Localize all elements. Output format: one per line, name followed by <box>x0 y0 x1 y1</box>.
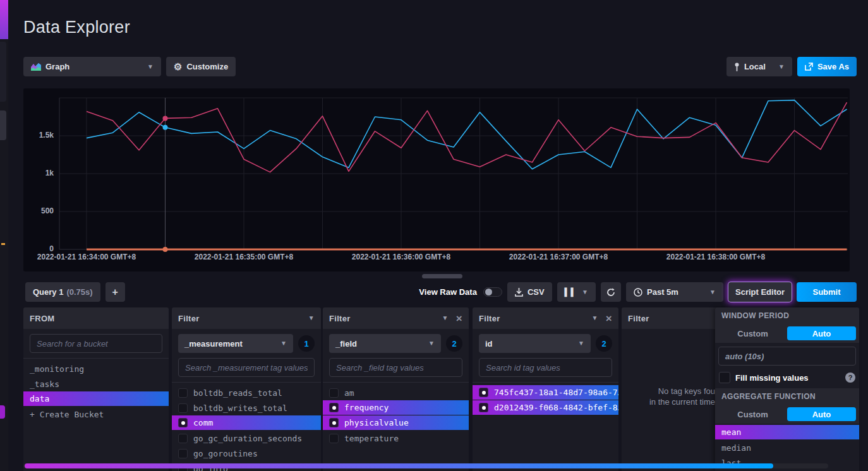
fill-missing-checkbox[interactable] <box>719 372 730 383</box>
page-title: Data Explorer <box>23 18 130 37</box>
time-range-dropdown[interactable]: Past 5m ▼ <box>626 282 723 302</box>
tag-key-dropdown[interactable]: _measurement ▼ <box>178 334 293 353</box>
add-query-button[interactable]: + <box>105 282 125 302</box>
tag-value-item[interactable]: 745fc437-18a1-48d7-98a6-7… <box>473 385 618 400</box>
tag-value-search-input[interactable] <box>479 358 612 377</box>
filter-panel-header: Filter ▼ × <box>172 307 321 329</box>
y-axis-label: 500 <box>23 206 54 215</box>
aggregate-custom-option[interactable]: Custom <box>718 407 787 421</box>
fill-missing-label: Fill missing values <box>735 373 809 383</box>
export-icon <box>805 63 813 71</box>
nav-sliver-panel <box>0 42 6 102</box>
tag-value-item[interactable]: temperature <box>323 431 469 446</box>
bucket-item[interactable]: _monitoring <box>23 361 169 376</box>
tag-value-list: boltdb_reads_totalboltdb_writes_totalcom… <box>172 382 321 471</box>
aggregate-function-item[interactable]: median <box>715 440 859 455</box>
filter-panel-header: Filter ▼ × <box>473 307 618 329</box>
window-custom-option[interactable]: Custom <box>718 326 787 340</box>
chevron-down-icon: ▼ <box>709 289 716 295</box>
tag-value-item[interactable]: am <box>323 385 469 400</box>
checkbox <box>178 403 188 413</box>
tag-value-item[interactable]: boltdb_writes_total <box>172 400 321 415</box>
chart-canvas[interactable] <box>23 88 850 271</box>
tag-value-item[interactable]: boltdb_reads_total <box>172 385 321 400</box>
query-toolbar: Query 1 (0.75s) + View Raw Data CSV ▍▍ ▼ <box>25 282 857 302</box>
resize-handle[interactable] <box>422 274 462 278</box>
tag-value-search-input[interactable] <box>329 358 462 377</box>
bucket-item[interactable]: _tasks <box>23 376 169 391</box>
checkbox <box>329 388 339 398</box>
chevron-down-icon[interactable]: ▼ <box>592 315 598 321</box>
horizontal-scrollbar-thumb[interactable] <box>25 463 773 468</box>
download-icon <box>515 288 523 297</box>
checkbox <box>329 403 339 412</box>
filter-title: Filter <box>479 314 500 323</box>
filter-panel: Filter ▼ × id ▼ 2 745fc437-18a1-48d7-98a… <box>473 307 618 471</box>
pause-button[interactable]: ▍▍ ▼ <box>557 282 596 302</box>
chevron-down-icon: ▼ <box>582 289 588 295</box>
submit-button[interactable]: Submit <box>797 282 857 302</box>
tag-value-item[interactable]: comm <box>172 415 321 431</box>
csv-label: CSV <box>527 287 545 297</box>
tag-value-item[interactable]: physicalvalue <box>323 415 469 431</box>
tag-value-item[interactable]: d2012439-f068-4842-bfef-8… <box>473 400 618 415</box>
filter-panel-header: Filter ▼ × <box>323 307 469 329</box>
save-as-button[interactable]: Save As <box>797 57 857 76</box>
x-axis-label: 2022-01-21 16:37:00 GMT+8 <box>509 253 608 261</box>
bucket-item[interactable]: + Create Bucket <box>23 407 169 422</box>
tag-value-item[interactable]: go_gc_duration_seconds <box>172 431 321 446</box>
window-period-header: WINDOW PERIOD <box>715 307 859 324</box>
nav-sliver-orange-dash <box>1 243 5 245</box>
checkbox <box>178 434 188 443</box>
y-axis-label: 1k <box>23 169 54 177</box>
tag-value-label: temperature <box>344 434 399 443</box>
tag-value-label: go_goroutines <box>193 449 258 458</box>
tag-value-label: frequency <box>344 403 389 412</box>
tag-value-item[interactable]: frequency <box>323 400 469 415</box>
tag-value-search-input[interactable] <box>178 358 315 377</box>
bucket-search-input[interactable] <box>30 334 162 353</box>
save-as-label: Save As <box>817 62 849 71</box>
from-panel: FROM _monitoring_tasksdata+ Create Bucke… <box>23 307 169 471</box>
bucket-item[interactable]: data <box>23 391 169 407</box>
window-period-input[interactable]: auto (10s) <box>718 347 856 366</box>
customize-button[interactable]: ⚙ Customize <box>166 57 236 76</box>
script-editor-button[interactable]: Script Editor <box>728 282 792 302</box>
checkbox <box>178 418 188 427</box>
tag-key-label: id <box>485 339 493 349</box>
local-dropdown[interactable]: Local ▼ <box>726 57 792 76</box>
nav-sidebar-sliver <box>0 0 8 471</box>
filter-title: Filter <box>178 314 200 323</box>
close-icon[interactable]: × <box>606 313 612 324</box>
horizontal-scrollbar-track[interactable] <box>23 463 828 468</box>
submit-label: Submit <box>812 287 840 297</box>
local-label: Local <box>744 62 766 71</box>
close-icon[interactable]: × <box>456 313 462 324</box>
aggregate-function-item[interactable]: mean <box>715 425 859 440</box>
csv-button[interactable]: CSV <box>507 282 552 302</box>
refresh-button[interactable] <box>601 282 621 302</box>
chevron-down-icon: ▼ <box>578 340 584 347</box>
query-tab[interactable]: Query 1 (0.75s) <box>25 282 100 302</box>
tag-value-label: am <box>344 388 354 398</box>
tag-value-label: boltdb_reads_total <box>193 388 282 398</box>
view-raw-data-toggle[interactable] <box>483 287 502 297</box>
view-raw-data-label: View Raw Data <box>419 287 477 297</box>
window-auto-option[interactable]: Auto <box>787 326 856 340</box>
tag-value-label: d2012439-f068-4842-bfef-8… <box>494 403 618 412</box>
chevron-down-icon[interactable]: ▼ <box>442 315 449 321</box>
clock-icon <box>634 288 642 297</box>
gear-icon: ⚙ <box>174 62 182 71</box>
help-icon[interactable]: ? <box>845 373 855 383</box>
selected-count-badge: 1 <box>298 335 315 352</box>
query-builder-panels: FROM _monitoring_tasksdata+ Create Bucke… <box>23 307 859 471</box>
visualization-type-dropdown[interactable]: Graph ▼ <box>23 57 161 76</box>
tag-value-item[interactable]: go_goroutines <box>172 446 321 461</box>
chevron-down-icon[interactable]: ▼ <box>308 315 315 321</box>
aggregate-auto-option[interactable]: Auto <box>787 407 856 421</box>
tag-key-dropdown[interactable]: _field ▼ <box>329 334 441 353</box>
graph-icon <box>31 63 41 71</box>
aggregate-function-header: AGGREGATE FUNCTION <box>715 388 859 405</box>
x-axis-label: 2022-01-21 16:36:00 GMT+8 <box>352 253 450 261</box>
tag-key-dropdown[interactable]: id ▼ <box>479 334 591 353</box>
